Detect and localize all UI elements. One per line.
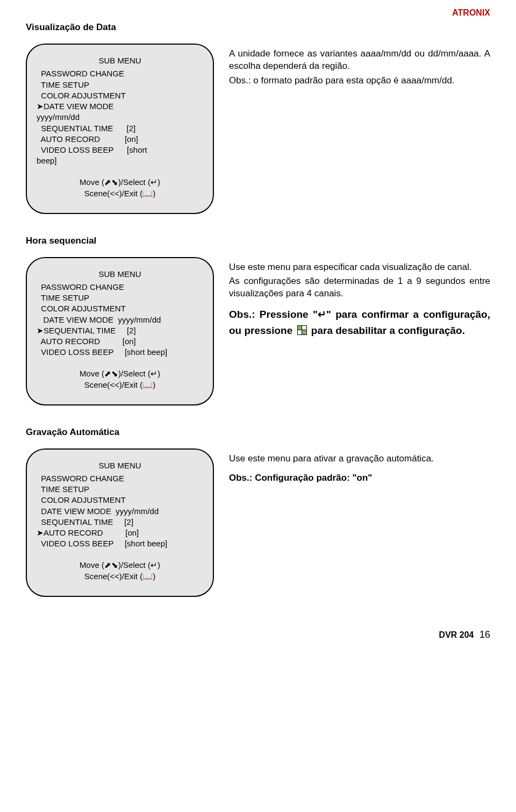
nav-line-scene: Scene(<<)/Exit (📖)	[37, 188, 203, 199]
panel-nav-help: Move (⬈⬊)/Select (↵) Scene(<<)/Exit (📖)	[37, 559, 203, 582]
section-row-2: SUB MENU PASSWORD CHANGE TIME SETUP COLO…	[26, 257, 490, 405]
panel-nav-help: Move (⬈⬊)/Select (↵) Scene(<<)/Exit (📖)	[37, 368, 203, 390]
menu-item-time-setup: TIME SETUP	[37, 293, 203, 303]
menu-item-video-loss-cont: beep]	[37, 155, 203, 166]
submenu-heading: SUB MENU	[37, 460, 203, 471]
menu-item-auto-record: ➤AUTO RECORD [on]	[37, 528, 203, 538]
menu-item-video-loss: VIDEO LOSS BEEP [short	[37, 145, 203, 155]
menu-panel-sequential: SUB MENU PASSWORD CHANGE TIME SETUP COLO…	[26, 257, 214, 405]
submenu-heading: SUB MENU	[37, 269, 203, 280]
nav-line-scene: Scene(<<)/Exit (📖)	[37, 571, 203, 582]
footer-model: DVR 204	[439, 630, 474, 639]
menu-item-video-loss: VIDEO LOSS BEEP [short beep]	[37, 347, 203, 358]
nav-line-move: Move (⬈⬊)/Select (↵)	[37, 559, 203, 571]
section-title-sequential: Hora sequencial	[26, 236, 490, 246]
section-row-3: SUB MENU PASSWORD CHANGE TIME SETUP COLO…	[26, 448, 490, 597]
nav-line-move: Move (⬈⬊)/Select (↵)	[37, 368, 203, 379]
menu-item-password: PASSWORD CHANGE	[37, 282, 203, 293]
menu-item-password: PASSWORD CHANGE	[37, 473, 203, 484]
menu-item-color-adjust: COLOR ADJUSTMENT	[37, 303, 203, 314]
menu-item-date-view: DATE VIEW MODE yyyy/mm/dd	[37, 506, 203, 517]
panel-nav-help: Move (⬈⬊)/Select (↵) Scene(<<)/Exit (📖)	[37, 176, 203, 199]
description-date-view: A unidade fornece as variantes aaaa/mm/d…	[229, 44, 490, 89]
desc-paragraph: Obs.: o formato padrão para esta opção é…	[229, 75, 490, 87]
menu-item-video-loss: VIDEO LOSS BEEP [short beep]	[37, 538, 203, 549]
brand-header: ATRONIX	[26, 8, 490, 18]
desc-obs-block: Obs.: Pressione "↵" para confirmar a con…	[229, 307, 490, 338]
obs-text-b: para desabilitar a configuração.	[311, 325, 465, 336]
desc-paragraph: A unidade fornece as variantes aaaa/mm/d…	[229, 48, 490, 73]
nav-line-move: Move (⬈⬊)/Select (↵)	[37, 176, 203, 188]
menu-item-color-adjust: COLOR ADJUSTMENT	[37, 90, 203, 101]
section-row-1: SUB MENU PASSWORD CHANGE TIME SETUP COLO…	[26, 44, 490, 214]
menu-item-time-setup: TIME SETUP	[37, 484, 203, 495]
desc-paragraph: Use este menu para especificar cada visu…	[229, 261, 490, 274]
menu-panel-auto-record: SUB MENU PASSWORD CHANGE TIME SETUP COLO…	[26, 448, 214, 597]
quad-icon	[297, 325, 307, 335]
menu-value-date-format: yyyy/mm/dd	[37, 112, 203, 123]
menu-item-date-view: DATE VIEW MODE yyyy/mm/dd	[37, 315, 203, 325]
page-footer: DVR 204 16	[26, 629, 490, 640]
menu-item-sequential: SEQUENTIAL TIME [2]	[37, 123, 203, 134]
menu-item-color-adjust: COLOR ADJUSTMENT	[37, 495, 203, 505]
desc-obs-line: Obs.: Configuração padrão: "on"	[229, 472, 490, 485]
menu-item-date-view: ➤DATE VIEW MODE	[37, 101, 203, 112]
menu-item-sequential: SEQUENTIAL TIME [2]	[37, 517, 203, 528]
footer-page-number: 16	[479, 629, 490, 640]
section-title-date-view: Visualização de Data	[26, 22, 490, 33]
description-auto-record: Use este menu para ativar a gravação aut…	[229, 448, 490, 487]
section-title-auto-record: Gravação Automática	[26, 427, 490, 438]
submenu-heading: SUB MENU	[37, 55, 203, 66]
desc-paragraph: Use este menu para ativar a gravação aut…	[229, 453, 490, 465]
menu-item-password: PASSWORD CHANGE	[37, 68, 203, 79]
description-sequential: Use este menu para especificar cada visu…	[229, 257, 490, 341]
menu-panel-date-view: SUB MENU PASSWORD CHANGE TIME SETUP COLO…	[26, 44, 214, 214]
menu-item-auto-record: AUTO RECORD [on]	[37, 134, 203, 145]
menu-item-auto-record: AUTO RECORD [on]	[37, 336, 203, 347]
menu-item-sequential: ➤SEQUENTIAL TIME [2]	[37, 325, 203, 336]
desc-paragraph: As configurações são determinadas de 1 a…	[229, 275, 490, 300]
nav-line-scene: Scene(<<)/Exit (📖)	[37, 379, 203, 390]
menu-item-time-setup: TIME SETUP	[37, 80, 203, 90]
